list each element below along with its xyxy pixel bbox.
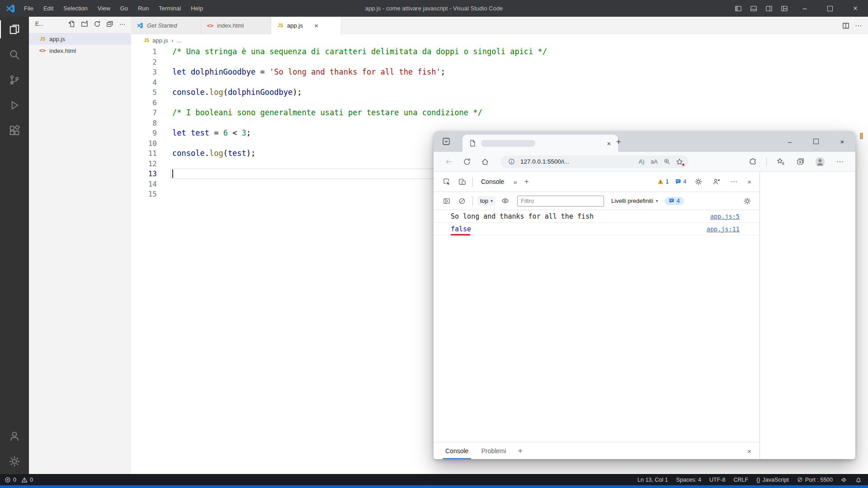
toggle-panel-icon[interactable] (746, 0, 761, 17)
code-line-3[interactable]: 3let dolphinGoodbye = 'So long and thank… (131, 67, 859, 77)
toggle-sidebar-icon[interactable] (731, 0, 746, 17)
tab-close-icon[interactable]: × (312, 22, 321, 29)
devtools-close-icon[interactable]: × (744, 178, 755, 186)
line-number[interactable]: 9 (131, 128, 157, 139)
console-source-link[interactable]: app.js:11 (707, 225, 740, 233)
line-number[interactable]: 5 (131, 88, 157, 98)
clear-console-icon[interactable] (454, 194, 470, 208)
messages-badge[interactable]: 4 (673, 178, 688, 185)
collapse-all-icon[interactable] (106, 20, 114, 28)
line-number[interactable]: 10 (131, 139, 157, 149)
breadcrumb-ellipsis[interactable]: ... (176, 37, 181, 44)
code-line-6[interactable]: 6 (131, 98, 859, 108)
feedback-icon[interactable] (841, 477, 847, 483)
more-tabs-icon[interactable]: » (509, 178, 520, 186)
encoding[interactable]: UTF-8 (709, 477, 725, 483)
extensions-icon[interactable] (0, 118, 29, 143)
read-aloud-icon[interactable]: A) (635, 156, 648, 167)
file-item-app-js[interactable]: JSapp.js (29, 33, 131, 45)
source-control-icon[interactable] (0, 67, 29, 93)
add-panel-icon[interactable]: + (521, 177, 533, 186)
address-bar[interactable]: 127.0.0.1:5500/i... A) aA (500, 155, 689, 168)
extensions-puzzle-icon[interactable] (744, 154, 762, 169)
console-output[interactable]: So long and thanks for all the fishapp.j… (434, 210, 760, 442)
line-number[interactable]: 3 (131, 67, 157, 78)
url-text[interactable]: 127.0.0.1:5500/i... (520, 158, 635, 165)
search-icon[interactable] (0, 42, 29, 67)
devtools-tab-console[interactable]: Console (476, 178, 509, 185)
line-number[interactable]: 15 (131, 189, 157, 200)
site-info-icon[interactable] (505, 156, 518, 167)
browser-maximize-button[interactable] (803, 131, 829, 152)
refresh-icon[interactable] (93, 20, 101, 28)
customize-layout-icon[interactable] (777, 0, 792, 17)
line-number[interactable]: 4 (131, 78, 157, 88)
line-number[interactable]: 12 (131, 159, 157, 169)
code-line-2[interactable]: 2 (131, 57, 859, 67)
menu-file[interactable]: File (19, 0, 38, 17)
maximize-button[interactable] (817, 0, 843, 17)
new-file-icon[interactable] (68, 20, 76, 28)
browser-tab[interactable]: × (462, 135, 618, 152)
new-folder-icon[interactable] (80, 20, 89, 28)
code-line-1[interactable]: 1/* Una stringa è una sequenza di caratt… (131, 47, 859, 57)
context-selector[interactable]: top ▾ (477, 196, 495, 206)
breadcrumb-file[interactable]: app.js (152, 37, 168, 44)
toggle-secondary-sidebar-icon[interactable] (761, 0, 777, 17)
more-actions-icon[interactable]: ⋯ (118, 20, 127, 28)
cursor-position[interactable]: Ln 13, Col 1 (637, 477, 668, 483)
menu-run[interactable]: Run (133, 0, 154, 17)
device-toolbar-icon[interactable] (454, 174, 470, 189)
home-icon[interactable] (476, 154, 494, 169)
eol-indicator[interactable]: CRLF (733, 477, 748, 483)
warnings-badge[interactable]: 1 (656, 178, 670, 185)
log-levels-dropdown[interactable]: Livelli predefiniti ▾ (611, 197, 658, 204)
tab-get-started[interactable]: Get Started (131, 17, 201, 34)
devtools-menu-icon[interactable]: ⋯ (727, 178, 741, 186)
minimize-button[interactable]: – (792, 0, 817, 17)
add-favorite-star-icon[interactable] (673, 156, 686, 167)
tab-app-js[interactable]: JSapp.js× (271, 17, 341, 34)
code-line-4[interactable]: 4 (131, 77, 859, 88)
line-number[interactable]: 1 (131, 47, 157, 57)
close-button[interactable]: × (843, 0, 868, 17)
tab-index-html[interactable]: <>index.html (201, 17, 271, 34)
line-number[interactable]: 13 (131, 169, 157, 179)
zoom-icon[interactable] (660, 156, 673, 167)
browser-minimize-button[interactable]: – (777, 131, 803, 152)
menu-selection[interactable]: Selection (58, 0, 92, 17)
console-sidebar-icon[interactable] (439, 194, 454, 208)
line-number[interactable]: 11 (131, 149, 157, 159)
language-mode[interactable]: {} JavaScript (756, 477, 789, 483)
file-item-index-html[interactable]: <>index.html (29, 45, 131, 56)
drawer-tab-console[interactable]: Console (439, 442, 475, 459)
page-viewport[interactable] (760, 172, 855, 459)
devtools-settings-gear-icon[interactable] (691, 174, 706, 189)
line-number[interactable]: 14 (131, 179, 157, 190)
menu-help[interactable]: Help (186, 0, 208, 17)
account-icon[interactable] (0, 423, 29, 449)
notifications-bell-icon[interactable] (855, 477, 862, 483)
console-source-link[interactable]: app.js:5 (710, 213, 740, 220)
run-debug-icon[interactable] (0, 93, 29, 118)
live-server-port[interactable]: Port : 5500 (797, 477, 833, 483)
devtools-feedback-icon[interactable] (709, 174, 724, 189)
menu-terminal[interactable]: Terminal (154, 0, 186, 17)
live-expression-eye-icon[interactable] (497, 194, 513, 208)
problems-indicator[interactable]: 0 0 (5, 477, 33, 483)
code-line-7[interactable]: 7/* I booleani sono generalmente usati p… (131, 108, 859, 118)
console-filter-input[interactable] (517, 196, 604, 206)
line-number[interactable]: 6 (131, 98, 157, 108)
menu-view[interactable]: View (93, 0, 115, 17)
tab-actions-menu-icon[interactable] (442, 137, 451, 146)
collections-icon[interactable] (791, 154, 809, 169)
favorites-bar-icon[interactable] (771, 154, 789, 169)
line-number[interactable]: 2 (131, 57, 157, 68)
indentation[interactable]: Spaces: 4 (676, 477, 701, 483)
code-line-8[interactable]: 8 (131, 118, 859, 128)
profile-avatar[interactable] (811, 154, 829, 169)
line-number[interactable]: 8 (131, 118, 157, 129)
text-size-icon[interactable]: aA (648, 156, 660, 167)
tab-close-icon[interactable]: × (604, 140, 613, 147)
menu-edit[interactable]: Edit (38, 0, 58, 17)
